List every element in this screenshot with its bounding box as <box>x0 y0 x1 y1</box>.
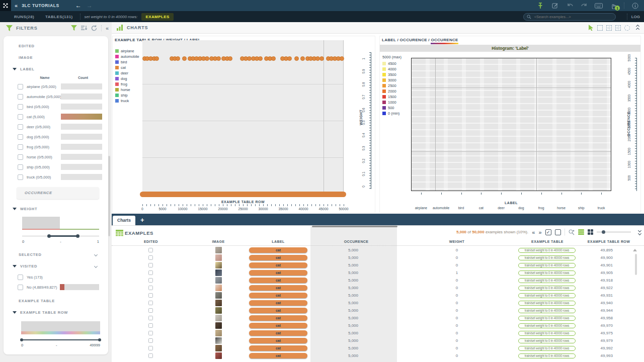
checkbox[interactable] <box>18 144 23 150</box>
row-checkbox[interactable] <box>148 308 153 313</box>
plot-area[interactable] <box>411 58 611 191</box>
search-box[interactable] <box>523 13 616 21</box>
slider-handle-left[interactable] <box>47 234 51 238</box>
legend-item[interactable]: airplane <box>115 48 139 54</box>
scatter-point[interactable] <box>294 56 299 61</box>
legend-item[interactable]: 0 (min) <box>382 111 399 116</box>
row-checkbox[interactable] <box>148 278 153 283</box>
checkbox[interactable] <box>18 275 23 280</box>
search-input[interactable] <box>533 14 609 20</box>
weight-range-slider[interactable] <box>22 234 99 238</box>
column-header-edited[interactable]: EDITED <box>132 240 170 243</box>
forward-arrow-icon[interactable]: → <box>87 2 93 9</box>
column-header-weight[interactable]: WEIGHT <box>437 240 477 243</box>
slider-handle-left[interactable] <box>20 338 23 341</box>
scatter-point[interactable] <box>340 56 344 61</box>
collapse-examples-icon[interactable] <box>638 229 641 235</box>
section-edited[interactable]: EDITED <box>4 40 108 52</box>
checkbox[interactable] <box>18 104 23 110</box>
scatter-point[interactable] <box>176 56 180 61</box>
app-logo[interactable] <box>0 0 11 11</box>
legend-item[interactable]: frog <box>115 81 139 87</box>
row-checkbox[interactable] <box>148 286 153 290</box>
sort-icon[interactable] <box>81 25 87 31</box>
row-image-thumbnail[interactable] <box>215 352 222 359</box>
legend-item[interactable]: cat <box>115 65 139 70</box>
label-pill[interactable]: cat <box>249 338 307 343</box>
tab-charts[interactable]: Charts <box>113 216 135 225</box>
slider-handle-right[interactable] <box>76 234 79 238</box>
reset-icon[interactable] <box>91 25 97 31</box>
row-image-thumbnail[interactable] <box>215 247 222 253</box>
vertical-scrollbar[interactable] <box>635 254 637 275</box>
label-pill[interactable]: cat <box>249 308 307 313</box>
row-image-thumbnail[interactable] <box>215 285 222 291</box>
row-image-thumbnail[interactable] <box>215 345 222 351</box>
row-image-thumbnail[interactable] <box>215 292 222 299</box>
legend-item[interactable]: 4500 <box>382 61 399 66</box>
legend-item[interactable]: automobile <box>115 54 139 59</box>
legend-item[interactable]: dog <box>115 76 139 81</box>
box-select-icon[interactable] <box>597 25 603 31</box>
plot-area[interactable] <box>142 40 344 196</box>
legend-item[interactable]: 1000 <box>382 100 399 105</box>
page-next-icon[interactable]: » <box>538 229 541 235</box>
page-prev-icon[interactable]: « <box>532 229 535 235</box>
scatter-point[interactable] <box>154 56 159 61</box>
scatter-point[interactable] <box>287 56 292 61</box>
legend-item[interactable]: 3500 <box>382 72 399 77</box>
scatter-point[interactable] <box>182 56 187 61</box>
label-pill[interactable]: cat <box>249 323 307 328</box>
scatter-point[interactable] <box>205 56 209 61</box>
checkbox[interactable] <box>18 94 23 100</box>
legend-item[interactable]: truck <box>115 98 139 104</box>
scatter-point[interactable] <box>319 56 324 61</box>
thumbnail-size-slider[interactable] <box>597 230 631 234</box>
info-icon[interactable] <box>631 2 639 9</box>
section-weight[interactable]: WEIGHT <box>4 203 108 215</box>
section-selected[interactable]: SELECTED <box>4 249 108 260</box>
legend-item[interactable]: 500 <box>382 105 399 111</box>
row-image-thumbnail[interactable] <box>215 307 222 314</box>
list-view-icon[interactable] <box>578 229 584 235</box>
undo-icon[interactable] <box>566 2 574 9</box>
row-checkbox[interactable] <box>148 323 153 328</box>
section-image[interactable]: IMAGE <box>4 52 108 63</box>
filter-add-icon[interactable] <box>71 25 77 31</box>
label-pill[interactable]: cat <box>249 293 307 298</box>
nav-runs[interactable]: RUNS(28) <box>14 15 34 19</box>
row-image-thumbnail[interactable] <box>215 330 222 336</box>
scroll-up-icon[interactable] <box>633 249 637 251</box>
row-checkbox[interactable] <box>148 338 153 343</box>
collapse-charts-icon[interactable] <box>636 25 639 31</box>
section-example-table[interactable]: EXAMPLE TABLE <box>4 295 108 307</box>
row-checkbox[interactable] <box>148 346 153 350</box>
row-image-thumbnail[interactable] <box>215 262 222 268</box>
row-checkbox[interactable] <box>148 248 153 252</box>
column-header-occurence[interactable]: OCCURENCE <box>316 240 396 243</box>
sidebar-scrollbar[interactable] <box>108 156 110 236</box>
label-pill[interactable]: cat <box>249 270 307 276</box>
checkbox[interactable] <box>18 114 23 120</box>
row-checkbox[interactable] <box>148 255 153 260</box>
redo-icon[interactable] <box>580 2 588 9</box>
log-link[interactable]: LOG <box>631 15 640 19</box>
section-example-table-row[interactable]: EXAMPLE TABLE ROW <box>4 307 108 318</box>
keyboard-icon[interactable] <box>595 2 603 9</box>
gesture-icon[interactable]: 1 <box>609 2 617 9</box>
legend-item[interactable]: 2500 <box>382 83 399 88</box>
label-pill[interactable]: cat <box>249 255 307 260</box>
lasso-select-icon[interactable] <box>606 25 612 31</box>
collapse-sidebar-icon[interactable]: « <box>106 25 109 31</box>
label-pill[interactable]: cat <box>249 330 307 336</box>
checkbox[interactable] <box>18 285 23 290</box>
checkbox[interactable] <box>18 84 23 89</box>
cursor-icon[interactable] <box>588 25 594 31</box>
grid-view-icon[interactable] <box>588 229 594 235</box>
checkbox[interactable] <box>18 154 23 160</box>
legend-item[interactable]: 4000 <box>382 66 399 72</box>
row-checkbox[interactable] <box>148 353 153 358</box>
legend-item[interactable]: horse <box>115 87 139 93</box>
back-arrow-icon[interactable]: ← <box>75 2 82 9</box>
nav-tables[interactable]: TABLES(131) <box>45 15 72 19</box>
